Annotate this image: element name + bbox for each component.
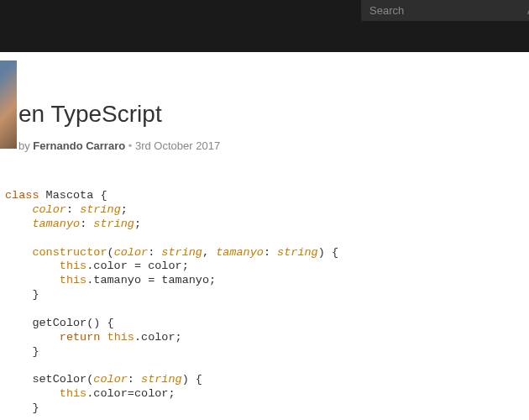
rbrace: }	[32, 402, 39, 414]
method-setcolor-open: setColor(	[32, 373, 93, 386]
colon: :	[148, 246, 161, 259]
space	[100, 331, 107, 344]
indent	[5, 345, 32, 358]
assign-color-set: .color=color;	[86, 387, 175, 400]
method-getcolor: getColor() {	[32, 317, 113, 329]
kw-return: return	[60, 331, 101, 344]
content-area: en TypeScript by Fernando Carraro • 3rd …	[0, 52, 529, 420]
prop-color: color	[32, 203, 66, 216]
page-title: en TypeScript	[18, 101, 529, 128]
assign-color: .color = color;	[86, 260, 189, 272]
type-string: string	[277, 246, 318, 259]
param-tamanyo: tamanyo	[216, 246, 264, 259]
indent	[5, 331, 60, 344]
subheader-bar	[0, 21, 529, 52]
code-block: class Mascota { color: string; tamanyo: …	[0, 184, 529, 420]
semi: ;	[121, 203, 128, 216]
indent	[5, 274, 60, 286]
kw-this: this	[107, 331, 134, 344]
header-bar: All ▾	[0, 0, 529, 21]
semi: ;	[134, 218, 141, 230]
rbrace: }	[32, 288, 39, 301]
author-link[interactable]: Fernando Carraro	[33, 139, 125, 152]
indent	[5, 218, 32, 230]
kw-this: this	[60, 274, 86, 286]
colon: :	[66, 203, 80, 216]
title-section: en TypeScript by Fernando Carraro • 3rd …	[0, 69, 529, 152]
colon: :	[80, 218, 93, 230]
search-box: All ▾	[361, 0, 529, 21]
indent	[5, 260, 60, 272]
kw-this: this	[60, 387, 86, 400]
indent	[5, 288, 32, 301]
comma: ,	[202, 246, 216, 259]
byline-separator: •	[125, 139, 135, 152]
kw-constructor: constructor	[32, 246, 107, 259]
byline: by Fernando Carraro • 3rd October 2017	[18, 139, 529, 152]
colon: :	[128, 373, 141, 386]
search-filter-dropdown[interactable]: All ▾	[519, 5, 529, 17]
by-prefix: by	[18, 139, 33, 152]
rparen-lbrace: ) {	[182, 373, 202, 386]
type-string: string	[161, 246, 202, 259]
article-date: 3rd October 2017	[135, 139, 220, 152]
indent	[5, 387, 60, 400]
indent	[5, 402, 32, 414]
type-string: string	[141, 373, 182, 386]
lparen: (	[107, 246, 114, 259]
indent	[5, 317, 32, 329]
lbrace: {	[100, 189, 107, 202]
rbrace: }	[32, 345, 39, 358]
avatar	[0, 60, 17, 149]
indent	[5, 246, 32, 259]
param-color: color	[114, 246, 149, 259]
indent	[5, 373, 32, 386]
rparen-lbrace: ) {	[318, 246, 338, 259]
dot-color: .color;	[134, 331, 182, 344]
type-string: string	[80, 203, 121, 216]
prop-tamanyo: tamanyo	[32, 218, 80, 230]
indent	[5, 203, 32, 216]
param-color: color	[93, 373, 128, 386]
class-name: Mascota	[39, 189, 101, 202]
search-input[interactable]	[361, 4, 519, 17]
assign-tamanyo: .tamanyo = tamanyo;	[86, 274, 216, 286]
type-string: string	[93, 218, 134, 230]
kw-this: this	[60, 260, 86, 272]
colon: :	[264, 246, 277, 259]
kw-class: class	[5, 189, 39, 202]
